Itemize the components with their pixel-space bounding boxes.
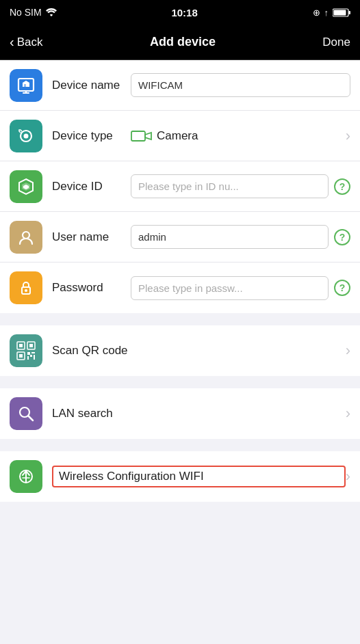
device-id-input[interactable]: [131, 174, 329, 198]
svg-rect-23: [30, 355, 32, 357]
device-type-label: Device type: [52, 129, 131, 143]
svg-rect-24: [34, 355, 35, 360]
wireless-config-label: Wireless Configuration WIFI: [52, 466, 346, 487]
device-type-icon: [10, 120, 42, 152]
svg-point-11: [23, 232, 29, 239]
svg-rect-22: [27, 356, 29, 360]
svg-rect-17: [29, 344, 33, 347]
signal-icon: ↑: [324, 8, 329, 18]
chevron-left-icon: ‹: [10, 34, 14, 50]
svg-point-13: [25, 289, 27, 292]
svg-rect-7: [131, 131, 145, 141]
username-row: User name ?: [0, 212, 360, 263]
wireless-config-icon: [10, 460, 42, 493]
device-id-help-icon[interactable]: ?: [334, 178, 350, 195]
back-button[interactable]: ‹ Back: [10, 34, 42, 50]
wireless-config-row[interactable]: Wireless Configuration WIFI: [0, 451, 360, 502]
device-type-text: Camera: [157, 129, 198, 143]
lan-search-chevron: [346, 406, 350, 421]
lan-search-section: LAN search: [0, 388, 360, 439]
svg-rect-2: [349, 11, 351, 14]
gap-1: [0, 313, 360, 325]
device-name-input[interactable]: [131, 73, 350, 97]
password-input[interactable]: [131, 276, 329, 300]
bottom-spacer: [0, 502, 360, 556]
username-icon: [10, 221, 42, 254]
lan-search-icon: [10, 397, 42, 430]
wireless-config-chevron: [346, 469, 350, 484]
device-id-icon: [10, 170, 42, 203]
done-button[interactable]: Done: [322, 36, 350, 49]
device-name-icon: [10, 69, 42, 102]
gap-2: [0, 376, 360, 388]
wireless-section: Wireless Configuration WIFI: [0, 451, 360, 502]
battery-icon: [333, 8, 350, 17]
device-type-row[interactable]: Device type Camera: [0, 111, 360, 161]
scan-qr-label: Scan QR code: [52, 344, 346, 358]
svg-rect-21: [31, 352, 35, 353]
device-type-chevron: [346, 129, 350, 144]
device-fields-section: Device name Device type Camera: [0, 60, 360, 313]
status-time: 10:18: [171, 7, 197, 18]
carrier-text: No SIM: [10, 7, 42, 18]
back-label: Back: [17, 36, 43, 49]
scan-qr-chevron: [346, 343, 350, 358]
svg-rect-1: [334, 10, 346, 15]
username-help-icon[interactable]: ?: [334, 229, 350, 245]
status-bar: No SIM 10:18 ⊕ ↑: [0, 0, 360, 25]
status-carrier: No SIM: [10, 7, 57, 18]
password-help-icon[interactable]: ?: [334, 280, 350, 296]
device-id-row: Device ID ?: [0, 161, 360, 212]
svg-rect-19: [19, 354, 23, 358]
wifi-icon: [46, 8, 57, 16]
password-label: Password: [52, 281, 131, 295]
svg-rect-15: [19, 344, 23, 347]
svg-point-6: [24, 133, 29, 138]
nav-bar: ‹ Back Add device Done: [0, 25, 360, 60]
device-type-value: Camera: [131, 129, 346, 143]
scan-qr-section: Scan QR code: [0, 325, 360, 376]
device-name-row: Device name: [0, 60, 360, 111]
password-row: Password ?: [0, 263, 360, 313]
username-label: User name: [52, 230, 131, 244]
svg-rect-4: [24, 84, 26, 87]
username-input[interactable]: [131, 225, 329, 249]
camera-mini-icon: [131, 129, 153, 143]
svg-rect-20: [27, 352, 30, 355]
password-icon: [10, 271, 42, 304]
scan-qr-row[interactable]: Scan QR code: [0, 325, 360, 376]
page-title: Add device: [150, 35, 216, 49]
lan-search-row[interactable]: LAN search: [0, 388, 360, 439]
scan-qr-icon: [10, 334, 42, 367]
device-id-label: Device ID: [52, 180, 131, 193]
location-icon: ⊕: [313, 8, 320, 18]
gap-3: [0, 439, 360, 451]
lan-search-label: LAN search: [52, 407, 346, 420]
device-name-label: Device name: [52, 79, 131, 92]
status-icons: ⊕ ↑: [313, 8, 351, 18]
